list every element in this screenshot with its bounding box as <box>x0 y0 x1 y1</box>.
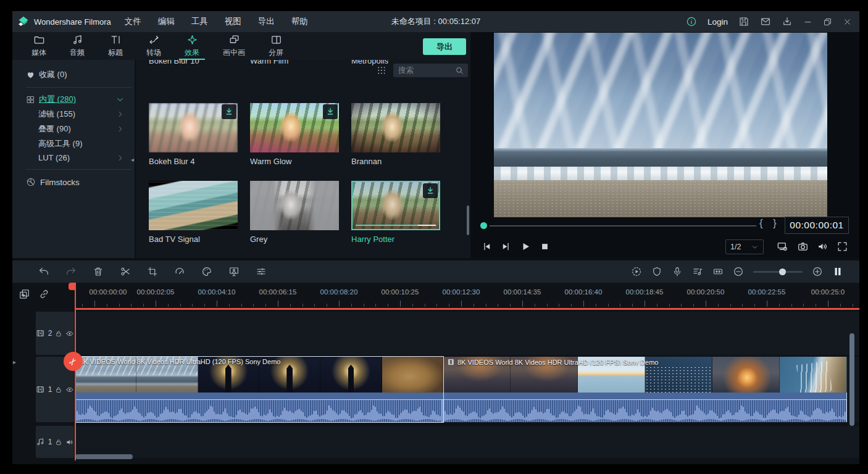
menu-item-4[interactable]: 导出 <box>258 16 275 27</box>
playhead-line[interactable] <box>75 283 76 460</box>
timeline-vertical-scrollbar[interactable] <box>849 333 854 426</box>
lock-icon[interactable] <box>55 330 62 338</box>
close-button[interactable] <box>843 17 852 27</box>
track-header-collapse-handle[interactable]: ▸ <box>13 359 16 365</box>
effect-card-grey[interactable]: Grey <box>250 181 339 244</box>
sidebar-item-filmstocks[interactable]: Filmstocks <box>12 170 135 187</box>
visibility-eye-icon[interactable] <box>65 329 74 338</box>
video-track-2-header[interactable]: 2 <box>36 312 74 355</box>
effect-thumbnail[interactable] <box>250 103 339 152</box>
menu-item-2[interactable]: 工具 <box>191 16 208 27</box>
video-track-2-lane[interactable] <box>75 312 859 355</box>
save-icon[interactable] <box>738 16 749 27</box>
mute-speaker-icon[interactable] <box>817 241 828 252</box>
undo-button[interactable] <box>38 266 49 277</box>
shield-icon[interactable] <box>651 266 662 277</box>
add-track-icon[interactable] <box>19 288 30 300</box>
seek-bar[interactable] <box>490 225 756 227</box>
update-download-icon[interactable] <box>782 16 793 27</box>
menu-item-5[interactable]: 帮助 <box>291 16 308 27</box>
tab-effects[interactable]: 效果 <box>173 32 211 60</box>
search-icon[interactable] <box>455 66 464 75</box>
timeline-zoom-slider[interactable] <box>753 271 803 273</box>
zoom-slider-handle[interactable] <box>779 268 786 275</box>
color-correction-button[interactable] <box>201 266 212 277</box>
download-badge-icon[interactable] <box>222 104 236 119</box>
sidebar-subitem-3[interactable]: LUT (26) <box>12 151 135 164</box>
timeline-ruler[interactable]: 00:00:00:0000:00:02:0500:00:04:1000:00:0… <box>75 283 859 309</box>
effect-thumbnail[interactable] <box>149 103 238 152</box>
effect-card-warm-glow[interactable]: Warm Glow <box>250 103 339 166</box>
audio-clip-1[interactable] <box>75 393 443 422</box>
feedback-mail-icon[interactable] <box>760 16 771 27</box>
effect-thumbnail[interactable] <box>149 181 238 230</box>
mark-in-button[interactable]: { <box>759 217 763 230</box>
tab-music[interactable]: 音频 <box>58 32 96 60</box>
restore-button[interactable] <box>823 17 832 27</box>
split-button[interactable] <box>120 266 131 277</box>
crop-button[interactable] <box>147 266 158 277</box>
chevron-right-icon[interactable] <box>116 154 125 162</box>
effect-thumbnail[interactable] <box>250 181 339 230</box>
video-clip-1[interactable]: 8K VIDEOS World 8K Videos HDR UltraHD (1… <box>75 357 443 393</box>
search-box[interactable] <box>393 64 468 77</box>
redo-button[interactable] <box>65 266 77 277</box>
effects-scrollbar[interactable] <box>467 206 469 235</box>
render-preview-button[interactable] <box>631 266 642 277</box>
seek-handle[interactable] <box>480 222 487 229</box>
voiceover-mic-icon[interactable] <box>672 266 683 277</box>
delete-button[interactable] <box>93 266 104 277</box>
tab-transition[interactable]: 转场 <box>135 32 173 60</box>
fit-timeline-button[interactable] <box>712 266 724 277</box>
sidebar-item-favorites[interactable]: 收藏 (0) <box>12 60 135 87</box>
sidebar-subitem-1[interactable]: 叠覆 (90) <box>12 122 135 136</box>
adjust-button[interactable] <box>256 266 267 277</box>
video-clip-2[interactable]: 8K VIDEOS World 8K Videos HDR UltraHD (1… <box>443 357 847 393</box>
timeline-horizontal-scrollbar[interactable] <box>75 454 133 459</box>
play-button[interactable] <box>520 241 532 252</box>
menu-item-1[interactable]: 编辑 <box>158 16 175 27</box>
fullscreen-icon[interactable] <box>837 241 848 252</box>
previous-frame-button[interactable] <box>481 241 493 252</box>
tab-title[interactable]: 标题 <box>96 32 135 60</box>
motion-tracking-button[interactable] <box>228 266 240 277</box>
grid-view-icon[interactable] <box>377 65 386 75</box>
preview-zoom-select[interactable]: 1/2 <box>725 239 764 254</box>
playhead-split-scissors-button[interactable]: ✂ <box>64 352 83 371</box>
audio-mixer-icon[interactable] <box>692 266 703 277</box>
minimize-button[interactable] <box>803 17 812 27</box>
download-badge-icon[interactable] <box>423 183 438 198</box>
playhead-handle[interactable] <box>69 283 76 290</box>
audio-track-1-header[interactable]: 1 <box>36 426 74 458</box>
mark-out-button[interactable]: } <box>773 217 777 230</box>
sidebar-collapse-handle[interactable]: ◂ <box>131 156 134 163</box>
chevron-right-icon[interactable] <box>116 110 125 118</box>
next-frame-button[interactable] <box>500 241 512 252</box>
sidebar-subitem-0[interactable]: 滤镜 (155) <box>12 107 135 122</box>
menu-item-0[interactable]: 文件 <box>125 16 141 27</box>
audio-clip-2[interactable] <box>443 393 847 422</box>
effect-card-bokeh-blur-4[interactable]: Bokeh Blur 4 <box>149 103 238 166</box>
visibility-eye-icon[interactable] <box>65 385 74 394</box>
link-clips-icon[interactable] <box>38 288 50 300</box>
panels-toggle-icon[interactable] <box>832 266 843 277</box>
zoom-out-button[interactable] <box>733 266 744 277</box>
tab-folder[interactable]: 媒体 <box>20 32 58 60</box>
lock-icon[interactable] <box>55 386 62 394</box>
login-button[interactable]: Login <box>707 17 728 27</box>
stop-button[interactable] <box>539 241 551 252</box>
audio-track-1-lane[interactable] <box>75 426 859 458</box>
menu-item-3[interactable]: 视图 <box>225 16 241 27</box>
zoom-in-button[interactable] <box>812 266 823 277</box>
tab-split[interactable]: 分屏 <box>257 32 295 60</box>
lock-icon[interactable] <box>55 438 62 446</box>
search-input[interactable] <box>393 65 454 75</box>
timecode-display[interactable]: 00:00:00:01 <box>785 217 849 234</box>
effect-card-harry-potter[interactable]: Harry Potter <box>351 181 440 244</box>
effect-card-brannan[interactable]: Brannan <box>351 103 440 166</box>
effect-thumbnail[interactable] <box>351 181 440 230</box>
effect-card-bad-tv-signal[interactable]: Bad TV Signal <box>149 181 238 244</box>
snapshot-camera-icon[interactable] <box>797 241 809 252</box>
sidebar-item-built-in[interactable]: 内置 (280) <box>12 88 135 107</box>
export-button[interactable]: 导出 <box>423 38 466 55</box>
